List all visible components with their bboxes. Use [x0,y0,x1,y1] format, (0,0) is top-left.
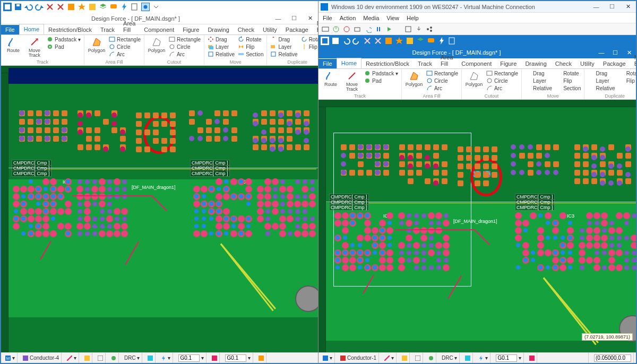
inner-redo-icon[interactable] [352,37,361,45]
via[interactable] [21,187,26,192]
via[interactable] [29,194,33,198]
inner-layer-name[interactable]: Conductor-1 [347,355,376,361]
via[interactable] [609,258,614,263]
via[interactable] [224,224,229,229]
via[interactable] [304,129,309,135]
trace[interactable] [205,169,316,169]
move-section[interactable]: Section [238,51,263,57]
pad[interactable] [492,155,497,161]
via[interactable] [288,231,292,236]
pad[interactable] [161,112,167,118]
via[interactable] [436,243,441,248]
pad[interactable] [408,170,414,176]
via[interactable] [51,202,55,206]
via[interactable] [278,138,283,143]
via[interactable] [51,187,55,191]
via[interactable] [202,216,206,221]
via[interactable] [536,170,541,175]
via[interactable] [595,213,599,218]
via[interactable] [120,129,125,135]
via[interactable] [335,265,340,270]
pad[interactable] [153,121,159,127]
via[interactable] [421,250,426,255]
via[interactable] [343,250,347,255]
via[interactable] [246,224,251,228]
pad[interactable] [466,163,472,169]
via[interactable] [617,250,622,255]
via[interactable] [231,216,236,221]
via[interactable] [436,250,441,255]
pad[interactable] [617,170,623,176]
pad[interactable] [536,144,542,150]
inner-areafill-arc[interactable]: Arc [426,85,458,91]
via[interactable] [335,258,340,262]
pad[interactable] [45,127,50,133]
via[interactable] [444,243,449,248]
via[interactable] [553,228,558,233]
via[interactable] [58,187,63,192]
via[interactable] [561,243,565,247]
via[interactable] [273,179,278,184]
via[interactable] [516,213,521,218]
via[interactable] [278,146,283,152]
via[interactable] [568,228,573,233]
via[interactable] [100,224,105,229]
inner-star-icon[interactable] [395,37,403,45]
inner-dup-relative[interactable]: Relative [588,85,615,91]
pad[interactable] [625,161,631,167]
via[interactable] [209,209,213,213]
via[interactable] [36,194,40,198]
pad[interactable] [304,110,309,116]
via[interactable] [14,202,19,206]
vm-start-icon[interactable] [332,25,340,33]
layers-icon[interactable] [99,3,107,11]
via[interactable] [122,187,127,192]
via[interactable] [523,243,528,248]
tab-file[interactable]: File [1,25,19,34]
via[interactable] [609,221,614,226]
via[interactable] [523,221,528,226]
via[interactable] [202,194,206,198]
via[interactable] [44,216,48,221]
via[interactable] [21,202,25,206]
pad[interactable] [53,136,59,142]
pad[interactable] [608,170,614,176]
via[interactable] [444,265,449,270]
pad[interactable] [111,127,117,133]
via[interactable] [375,161,380,167]
via[interactable] [365,228,370,233]
via[interactable] [358,236,363,240]
via[interactable] [21,216,25,221]
pad[interactable] [349,144,355,150]
via[interactable] [523,228,528,232]
via[interactable] [531,250,535,255]
pad[interactable] [223,119,229,125]
via[interactable] [414,258,419,263]
pad[interactable] [574,178,580,184]
inner-dup-layer[interactable]: Layer [588,77,615,84]
via[interactable] [373,236,377,240]
inner-pad[interactable]: Pad [364,77,398,84]
via[interactable] [617,180,622,186]
via[interactable] [591,155,597,160]
undo-icon[interactable] [24,3,33,11]
via[interactable] [85,179,90,184]
via[interactable] [365,250,369,255]
via[interactable] [224,209,229,214]
via[interactable] [516,265,520,270]
vm-ctrl-alt-del-icon[interactable] [322,25,329,33]
via[interactable] [78,112,83,118]
inner-status-i3[interactable] [415,356,420,361]
inner-save-icon[interactable] [331,37,340,45]
via[interactable] [36,187,40,191]
via[interactable] [295,112,300,118]
via[interactable] [624,213,629,218]
via[interactable] [538,236,543,240]
pad[interactable] [358,170,364,176]
vm-maximize-button[interactable]: ☐ [604,1,620,13]
pad[interactable] [425,144,431,150]
via[interactable] [580,236,584,240]
via[interactable] [414,243,419,248]
canvas[interactable]: CMPDRC[ Cmp ] CMPDRC[ Cmp ] CMPDRC[ Cmp … [1,66,318,352]
pad[interactable] [28,127,33,133]
